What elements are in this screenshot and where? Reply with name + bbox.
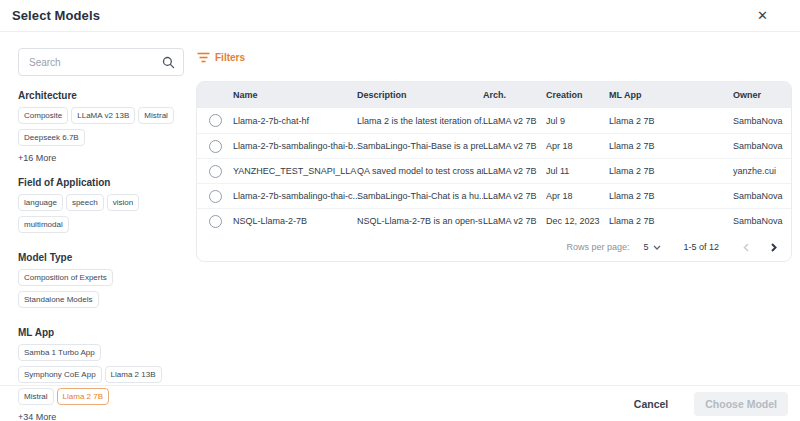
- dialog-header: Select Models ✕: [0, 0, 800, 32]
- chevron-down-icon: [653, 245, 661, 250]
- filter-chip[interactable]: Composition of Experts: [18, 269, 113, 286]
- close-icon: ✕: [757, 8, 768, 23]
- cell-creation: Jul 11: [546, 166, 609, 176]
- show-more-link[interactable]: +16 More: [18, 153, 56, 163]
- filters-button[interactable]: Filters: [197, 52, 245, 63]
- cell-description: SambaLingo-Thai-Chat is a hu...: [357, 191, 483, 201]
- filter-chip[interactable]: vision: [107, 194, 139, 211]
- prev-page-button[interactable]: [741, 241, 752, 254]
- search-box: [18, 48, 184, 76]
- table-row[interactable]: Llama-2-7b-sambalingo-thai-b... SambaLin…: [197, 133, 791, 158]
- chevron-right-icon: [770, 243, 777, 252]
- cell-name: NSQL-Llama-2-7B: [233, 216, 357, 226]
- cell-creation: Apr 18: [546, 141, 609, 151]
- cell-name: Llama-2-7b-sambalingo-thai-b...: [233, 141, 357, 151]
- cell-creation: Apr 18: [546, 191, 609, 201]
- search-input[interactable]: [27, 56, 162, 69]
- filter-chip[interactable]: Mistral: [138, 107, 174, 124]
- table-row[interactable]: YANZHEC_TEST_SNAPI_LLAMA... QA saved mod…: [197, 158, 791, 183]
- cell-owner: SambaNova: [733, 191, 791, 201]
- cell-creation: Dec 12, 2023: [546, 216, 609, 226]
- table-row[interactable]: Llama-2-7b-sambalingo-thai-c... SambaLin…: [197, 183, 791, 208]
- filter-section-architecture: Architecture Composite LLaMA v2 13B Mist…: [18, 90, 188, 163]
- cell-ml-app: Llama 2 7B: [609, 166, 733, 176]
- row-radio-button[interactable]: [209, 165, 222, 178]
- chip-group: Composite LLaMA v2 13B Mistral Deepseek …: [18, 107, 190, 151]
- filter-chip[interactable]: Llama 2 13B: [105, 366, 162, 383]
- filter-chip[interactable]: LLaMA v2 13B: [71, 107, 135, 124]
- cell-creation: Jul 9: [546, 116, 609, 126]
- cell-arch: LLaMA v2 7B: [483, 166, 546, 176]
- cell-owner: SambaNova: [733, 141, 791, 151]
- next-page-button[interactable]: [768, 241, 779, 254]
- cell-ml-app: Llama 2 7B: [609, 116, 733, 126]
- filter-icon: [197, 52, 210, 63]
- filter-section-field-of-application: Field of Application language speech vis…: [18, 177, 188, 238]
- chip-group: language speech vision multimodal: [18, 194, 190, 238]
- table-body: Llama-2-7b-chat-hf Llama 2 is the latest…: [197, 108, 791, 233]
- column-header-description: Description: [357, 90, 483, 100]
- column-header-arch: Arch.: [483, 90, 546, 100]
- filter-chip[interactable]: Samba 1 Turbo App: [18, 344, 101, 361]
- models-table: Name Description Arch. Creation ML App O…: [196, 81, 792, 262]
- cell-ml-app: Llama 2 7B: [609, 191, 733, 201]
- filter-section-label: Model Type: [18, 252, 188, 263]
- cell-ml-app: Llama 2 7B: [609, 216, 733, 226]
- row-radio-button[interactable]: [209, 140, 222, 153]
- choose-model-button[interactable]: Choose Model: [694, 392, 788, 416]
- table-row[interactable]: Llama-2-7b-chat-hf Llama 2 is the latest…: [197, 108, 791, 133]
- table-pagination: Rows per page: 5 1-5 of 12: [197, 233, 791, 261]
- filter-section-model-type: Model Type Composition of Experts Standa…: [18, 252, 188, 313]
- models-panel: Filters Name Description Arch. Creation …: [188, 32, 800, 385]
- filters-button-label: Filters: [215, 52, 245, 63]
- filter-chip[interactable]: multimodal: [18, 216, 69, 233]
- cell-name: YANZHEC_TEST_SNAPI_LLAMA...: [233, 166, 357, 176]
- cell-name: Llama-2-7b-chat-hf: [233, 116, 357, 126]
- close-button[interactable]: ✕: [755, 7, 770, 24]
- cell-name: Llama-2-7b-sambalingo-thai-c...: [233, 191, 357, 201]
- row-radio-button[interactable]: [209, 215, 222, 228]
- cancel-button[interactable]: Cancel: [634, 398, 668, 410]
- cell-arch: LLaMA v2 7B: [483, 141, 546, 151]
- chip-group: Composition of Experts Standalone Models: [18, 269, 190, 313]
- rows-per-page-value: 5: [643, 242, 648, 252]
- cell-description: QA saved model to test cross ar...: [357, 166, 483, 176]
- chevron-left-icon: [743, 243, 750, 252]
- cell-ml-app: Llama 2 7B: [609, 141, 733, 151]
- select-models-dialog: Select Models ✕ Architecture Co: [0, 0, 800, 421]
- filter-chip[interactable]: language: [18, 194, 63, 211]
- cell-arch: LLaMA v2 7B: [483, 191, 546, 201]
- dialog-body: Architecture Composite LLaMA v2 13B Mist…: [0, 32, 800, 385]
- filter-section-label: Architecture: [18, 90, 188, 101]
- column-header-name: Name: [233, 90, 357, 100]
- page-title: Select Models: [12, 8, 100, 23]
- row-radio-button[interactable]: [209, 190, 222, 203]
- search-icon: [162, 56, 175, 69]
- filter-section-label: ML App: [18, 327, 188, 338]
- filter-chip[interactable]: Deepseek 6.7B: [18, 129, 85, 146]
- dialog-footer: Cancel Choose Model: [0, 385, 800, 421]
- table-row[interactable]: NSQL-Llama-2-7B NSQL-Llama-2-7B is an op…: [197, 208, 791, 233]
- cell-owner: SambaNova: [733, 216, 791, 226]
- filter-chip[interactable]: speech: [66, 194, 104, 211]
- pagination-range: 1-5 of 12: [683, 242, 719, 252]
- cell-arch: LLaMA v2 7B: [483, 116, 546, 126]
- cell-owner: yanzhe.cui: [733, 166, 791, 176]
- rows-per-page-select[interactable]: 5: [643, 242, 661, 252]
- row-radio-button[interactable]: [209, 114, 222, 127]
- filter-section-label: Field of Application: [18, 177, 188, 188]
- column-header-creation: Creation: [546, 90, 609, 100]
- cell-description: Llama 2 is the latest iteration of...: [357, 116, 483, 126]
- cell-description: NSQL-Llama-2-7B is an open-s...: [357, 216, 483, 226]
- filter-sidebar: Architecture Composite LLaMA v2 13B Mist…: [0, 32, 188, 385]
- filter-chip[interactable]: Symphony CoE App: [18, 366, 102, 383]
- cell-arch: LLaMA v2 7B: [483, 216, 546, 226]
- cell-owner: SambaNova: [733, 116, 791, 126]
- filter-chip[interactable]: Standalone Models: [18, 291, 99, 308]
- column-header-ml-app: ML App: [609, 90, 733, 100]
- column-header-owner: Owner: [733, 90, 791, 100]
- filter-chip[interactable]: Composite: [18, 107, 68, 124]
- cell-description: SambaLingo-Thai-Base is a pret...: [357, 141, 483, 151]
- table-header-row: Name Description Arch. Creation ML App O…: [197, 82, 791, 108]
- rows-per-page-label: Rows per page:: [566, 242, 629, 252]
